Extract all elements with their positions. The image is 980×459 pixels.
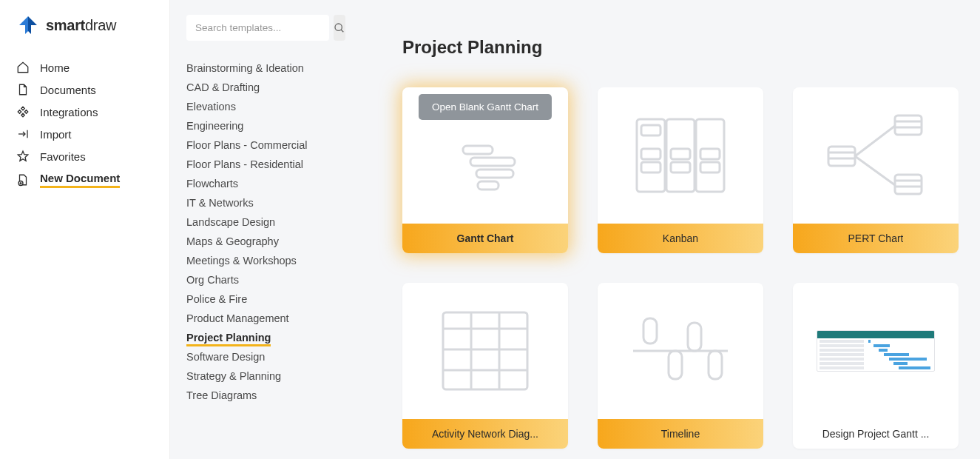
svg-rect-5 — [476, 170, 513, 178]
nav-item-label: Import — [40, 128, 72, 141]
category-item[interactable]: Product Management — [186, 309, 336, 328]
category-item[interactable]: IT & Networks — [186, 193, 336, 212]
logo-icon — [16, 13, 40, 37]
svg-rect-17 — [828, 147, 855, 166]
category-item[interactable]: Tree Diagrams — [186, 386, 336, 405]
template-card[interactable]: Timeline — [598, 283, 763, 449]
template-card[interactable]: Activity Network Diag... — [402, 283, 568, 449]
category-item[interactable]: Floor Plans - Commercial — [186, 135, 336, 155]
svg-rect-36 — [669, 351, 682, 379]
template-grid: Open Blank Gantt ChartGantt ChartKanbanP… — [402, 87, 950, 449]
template-card[interactable]: Design Project Gantt ... — [793, 283, 959, 449]
svg-rect-3 — [463, 146, 493, 154]
main-content: Project Planning Open Blank Gantt ChartG… — [351, 0, 980, 459]
document-icon — [16, 83, 30, 96]
template-thumb: Open Blank Gantt Chart — [402, 87, 568, 224]
template-label: Timeline — [598, 419, 763, 449]
svg-rect-10 — [641, 125, 660, 135]
svg-line-19 — [855, 156, 895, 185]
category-item[interactable]: CAD & Drafting — [186, 78, 336, 97]
nav-item-home[interactable]: Home — [0, 56, 169, 78]
svg-rect-15 — [700, 149, 720, 159]
logo-text: smartdraw — [46, 17, 116, 34]
category-item[interactable]: Engineering — [186, 116, 336, 135]
category-item[interactable]: Flowcharts — [186, 174, 336, 193]
nav-item-label: Home — [40, 61, 70, 74]
svg-rect-13 — [671, 149, 690, 159]
category-label: Flowcharts — [186, 178, 238, 190]
category-label: Project Planning — [186, 332, 271, 346]
template-card[interactable]: Open Blank Gantt ChartGantt Chart — [402, 87, 568, 253]
svg-rect-20 — [895, 115, 922, 135]
category-label: Maps & Geography — [186, 235, 279, 247]
template-label: Kanban — [598, 224, 763, 253]
category-label: Tree Diagrams — [186, 389, 257, 401]
search-input[interactable] — [186, 15, 329, 41]
new-doc-icon — [16, 173, 30, 187]
template-thumb — [402, 283, 568, 419]
star-icon — [16, 150, 30, 163]
template-thumb — [793, 283, 959, 419]
page-title: Project Planning — [402, 37, 950, 58]
svg-rect-4 — [470, 158, 515, 166]
template-card[interactable]: PERT Chart — [793, 87, 959, 253]
import-icon — [16, 127, 30, 141]
category-label: Floor Plans - Commercial — [186, 139, 308, 151]
svg-rect-37 — [688, 323, 701, 351]
category-label: Product Management — [186, 312, 289, 324]
category-item[interactable]: Landscape Design — [186, 212, 336, 232]
category-label: Landscape Design — [186, 216, 275, 228]
template-thumb — [793, 87, 959, 224]
category-item[interactable]: Brainstorming & Ideation — [186, 58, 336, 78]
category-label: Brainstorming & Ideation — [186, 62, 304, 74]
category-label: Strategy & Planning — [186, 370, 281, 382]
nav-item-documents[interactable]: Documents — [0, 78, 169, 101]
svg-line-2 — [341, 30, 343, 32]
nav-item-label: New Document — [40, 172, 120, 188]
svg-rect-38 — [709, 351, 722, 379]
svg-rect-35 — [643, 318, 657, 344]
category-item[interactable]: Org Charts — [186, 270, 336, 289]
category-item[interactable]: Strategy & Planning — [186, 366, 336, 386]
category-label: CAD & Drafting — [186, 81, 260, 93]
template-card[interactable]: Kanban — [598, 87, 763, 253]
svg-rect-28 — [443, 312, 527, 389]
logo[interactable]: smartdraw — [0, 13, 169, 56]
nav-item-import[interactable]: Import — [0, 123, 169, 145]
category-item[interactable]: Elevations — [186, 97, 336, 116]
category-label: Engineering — [186, 120, 243, 132]
search-button[interactable] — [334, 15, 345, 41]
nav: HomeDocumentsIntegrationsImportFavorites… — [0, 56, 169, 192]
search-icon — [334, 22, 345, 34]
nav-item-favorites[interactable]: Favorites — [0, 145, 169, 167]
category-item[interactable]: Software Design — [186, 347, 336, 366]
template-label: Design Project Gantt ... — [793, 419, 959, 449]
category-item[interactable]: Maps & Geography — [186, 232, 336, 251]
category-label: IT & Networks — [186, 197, 254, 209]
category-label: Police & Fire — [186, 293, 247, 305]
svg-line-18 — [855, 126, 895, 156]
integration-icon — [16, 105, 30, 118]
template-thumb — [598, 87, 763, 224]
open-blank-button[interactable]: Open Blank Gantt Chart — [419, 94, 552, 120]
nav-item-label: Integrations — [40, 106, 98, 118]
category-item[interactable]: Project Planning — [186, 328, 336, 347]
category-item[interactable]: Police & Fire — [186, 289, 336, 309]
category-item[interactable]: Meetings & Workshops — [186, 251, 336, 270]
home-icon — [16, 61, 30, 74]
template-label: PERT Chart — [793, 224, 959, 253]
category-label: Org Charts — [186, 274, 239, 286]
sidebar-left: smartdraw HomeDocumentsIntegrationsImpor… — [0, 0, 170, 459]
svg-rect-11 — [641, 149, 660, 159]
sidebar-categories: Brainstorming & IdeationCAD & DraftingEl… — [170, 0, 351, 459]
category-list: Brainstorming & IdeationCAD & DraftingEl… — [186, 58, 336, 405]
search-row — [186, 15, 336, 41]
category-label: Software Design — [186, 351, 265, 363]
category-label: Meetings & Workshops — [186, 255, 297, 267]
nav-item-integrations[interactable]: Integrations — [0, 101, 169, 123]
template-label: Gantt Chart — [402, 224, 568, 253]
category-item[interactable]: Floor Plans - Residential — [186, 155, 336, 174]
template-label: Activity Network Diag... — [402, 419, 568, 449]
svg-rect-16 — [700, 162, 720, 172]
nav-item-new-document[interactable]: New Document — [0, 167, 169, 192]
